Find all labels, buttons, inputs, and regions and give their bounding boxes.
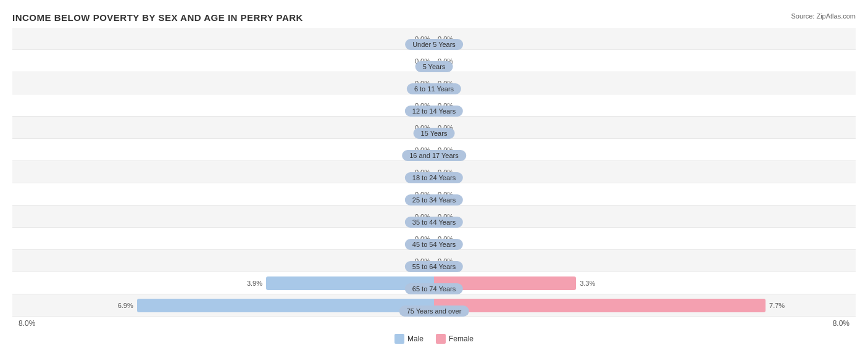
right-section: 0.0% [434, 206, 856, 227]
bar-row: 0.0% Under 5 Years 0.0% [12, 28, 856, 50]
left-section: 0.0% [12, 72, 434, 94]
legend-female-color [436, 334, 446, 344]
legend-female: Female [436, 334, 474, 344]
legend: Male Female [12, 334, 856, 344]
female-value: 3.3% [580, 280, 595, 287]
left-section: 0.0% [12, 183, 434, 205]
left-section: 3.9% [12, 272, 434, 294]
bar-row: 0.0% 55 to 64 Years 0.0% [12, 250, 856, 272]
legend-female-label: Female [449, 335, 474, 343]
female-axis-label: 8.0% [833, 319, 856, 328]
bar-row: 0.0% 45 to 54 Years 0.0% [12, 228, 856, 250]
male-axis-label: 8.0% [12, 319, 35, 328]
row-label: 55 to 64 Years [405, 261, 463, 272]
right-section: 7.7% [434, 294, 856, 316]
left-section: 0.0% [12, 161, 434, 183]
bar-row: 0.0% 25 to 34 Years 0.0% [12, 183, 856, 206]
legend-male-label: Male [407, 335, 424, 343]
left-section: 0.0% [12, 139, 434, 160]
right-section: 0.0% [434, 94, 856, 116]
row-label: 5 Years [415, 61, 453, 72]
source-label: Source: ZipAtlas.com [791, 12, 856, 20]
bar-row: 0.0% 16 and 17 Years 0.0% [12, 139, 856, 161]
right-section: 0.0% [434, 250, 856, 272]
male-value: 3.9% [247, 280, 262, 287]
right-section: 0.0% [434, 50, 856, 72]
left-section: 0.0% [12, 117, 434, 138]
bar-row: 0.0% 35 to 44 Years 0.0% [12, 206, 856, 228]
row-label: 45 to 54 Years [405, 239, 463, 250]
right-section: 0.0% [434, 161, 856, 183]
row-label: 35 to 44 Years [405, 217, 463, 228]
male-value: 6.9% [118, 302, 133, 309]
chart-area: 0.0% Under 5 Years 0.0% 0.0% 5 Years 0.0… [12, 28, 856, 299]
chart-rows-container: 0.0% Under 5 Years 0.0% 0.0% 5 Years 0.0… [12, 28, 856, 330]
row-label: 75 Years and over [399, 306, 469, 317]
row-label: 65 to 74 Years [405, 283, 463, 294]
right-section: 0.0% [434, 117, 856, 138]
left-section: 6.9% [12, 294, 434, 316]
female-bar [434, 299, 766, 312]
bar-row: 0.0% 5 Years 0.0% [12, 50, 856, 72]
right-section: 0.0% [434, 28, 856, 49]
left-section: 0.0% [12, 206, 434, 227]
male-bar [137, 299, 434, 312]
legend-male-color [394, 334, 404, 344]
left-section: 0.0% [12, 94, 434, 116]
chart-container: INCOME BELOW POVERTY BY SEX AND AGE IN P… [0, 0, 868, 345]
right-section: 0.0% [434, 183, 856, 205]
right-section: 0.0% [434, 139, 856, 160]
right-section: 3.3% [434, 272, 856, 294]
row-label: 12 to 14 Years [405, 106, 463, 117]
bar-row: 0.0% 18 to 24 Years 0.0% [12, 161, 856, 183]
row-label: 16 and 17 Years [402, 150, 466, 161]
left-section: 0.0% [12, 50, 434, 72]
bar-row: 0.0% 15 Years 0.0% [12, 117, 856, 139]
bar-row: 3.9% 65 to 74 Years 3.3% [12, 272, 856, 294]
row-label: 15 Years [414, 128, 455, 139]
chart-title: INCOME BELOW POVERTY BY SEX AND AGE IN P… [12, 12, 856, 23]
legend-male: Male [394, 334, 424, 344]
right-section: 0.0% [434, 72, 856, 94]
row-label: 6 to 11 Years [407, 83, 461, 94]
left-section: 0.0% [12, 250, 434, 272]
left-section: 0.0% [12, 228, 434, 249]
row-label: 18 to 24 Years [405, 172, 463, 183]
row-label: Under 5 Years [405, 39, 463, 50]
axis-labels: 8.0%8.0% [12, 317, 856, 330]
female-value: 7.7% [769, 302, 785, 309]
bar-row: 0.0% 6 to 11 Years 0.0% [12, 72, 856, 94]
bar-row: 0.0% 12 to 14 Years 0.0% [12, 94, 856, 117]
bar-row: 6.9% 75 Years and over 7.7% [12, 294, 856, 317]
row-label: 25 to 34 Years [405, 194, 463, 206]
left-section: 0.0% [12, 28, 434, 49]
right-section: 0.0% [434, 228, 856, 249]
